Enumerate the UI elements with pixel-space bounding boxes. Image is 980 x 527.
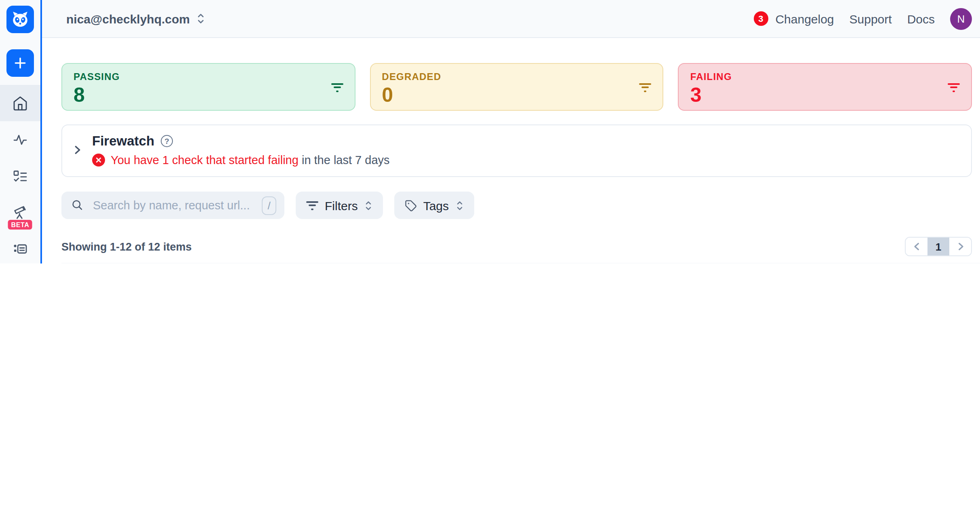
firewatch-alert-rest: in the last 7 days	[299, 154, 390, 167]
status-cards-row: PASSING 8 DEGRADED 0 FAILING 3	[61, 63, 972, 111]
chevron-up-down-icon	[196, 12, 205, 25]
changelog-link[interactable]: 3 Changelog	[753, 11, 834, 26]
help-icon[interactable]: ?	[161, 135, 173, 147]
sidebar: BETA	[0, 0, 42, 264]
search-input[interactable]	[91, 198, 254, 213]
tags-button[interactable]: Tags	[394, 192, 474, 219]
filter-icon[interactable]	[639, 83, 652, 92]
chevron-left-icon	[913, 242, 921, 251]
current-page[interactable]: 1	[927, 238, 949, 255]
filter-icon[interactable]	[331, 83, 343, 92]
content-area: PASSING 8 DEGRADED 0 FAILING 3	[42, 38, 980, 264]
toolbar: / Filters Tags	[61, 192, 980, 219]
sidebar-item-firewatch-beta[interactable]: BETA	[0, 194, 40, 230]
slash-shortcut-key: /	[262, 196, 276, 215]
account-email: nica@checklyhq.com	[66, 12, 190, 25]
support-link[interactable]: Support	[850, 12, 892, 25]
passing-label: PASSING	[74, 71, 120, 82]
telescope-icon	[12, 204, 28, 220]
raccoon-icon	[10, 9, 31, 30]
tags-label: Tags	[423, 198, 449, 212]
chevron-up-down-icon	[364, 199, 372, 211]
failing-status-icon	[92, 154, 105, 167]
sidebar-nav: BETA	[0, 85, 40, 264]
tag-icon	[405, 199, 417, 211]
degraded-card[interactable]: DEGRADED 0	[370, 63, 663, 111]
prev-page-button[interactable]	[906, 238, 927, 255]
sidebar-item-home[interactable]	[0, 85, 40, 121]
list-meta-row: Showing 1-12 of 12 items 1	[61, 237, 972, 256]
passing-card[interactable]: PASSING 8	[61, 63, 355, 111]
changelog-count-badge: 3	[753, 11, 768, 26]
topbar: nica@checklyhq.com 3 Changelog Support D…	[42, 0, 980, 38]
create-new-button[interactable]	[6, 49, 34, 77]
expand-chevron-icon[interactable]	[74, 145, 82, 154]
plus-icon	[12, 55, 28, 71]
checks-table: NAME TYPE LAST RESULTS 24H 7D AVG P95 ΔT…	[61, 263, 980, 264]
filters-button[interactable]: Filters	[296, 192, 383, 219]
next-page-button[interactable]	[949, 238, 971, 255]
firewatch-title: Firewatch	[92, 133, 154, 149]
search-icon	[71, 199, 84, 212]
chevron-right-icon	[956, 242, 964, 251]
failing-count: 3	[690, 85, 732, 105]
firewatch-panel: Firewatch ? You have 1 check that starte…	[61, 124, 972, 177]
docs-link[interactable]: Docs	[907, 12, 935, 25]
passing-count: 8	[74, 85, 120, 105]
home-icon	[12, 95, 28, 111]
checklist-icon	[12, 168, 28, 184]
showing-count-text: Showing 1-12 of 12 items	[61, 240, 192, 253]
account-switcher[interactable]: nica@checklyhq.com	[66, 12, 205, 25]
topbar-right: 3 Changelog Support Docs N	[753, 8, 972, 30]
filter-icon[interactable]	[948, 83, 960, 92]
table-header: NAME TYPE LAST RESULTS 24H 7D AVG P95 ΔT	[61, 263, 980, 264]
failing-label: FAILING	[690, 71, 732, 82]
sidebar-item-checks[interactable]	[0, 158, 40, 194]
user-avatar[interactable]: N	[950, 8, 972, 30]
main-column: nica@checklyhq.com 3 Changelog Support D…	[42, 0, 980, 264]
degraded-count: 0	[382, 85, 441, 105]
changelog-label: Changelog	[775, 12, 834, 25]
failing-card[interactable]: FAILING 3	[678, 63, 972, 111]
search-box: /	[61, 192, 284, 219]
app-window: BETA	[0, 0, 980, 264]
chevron-up-down-icon	[455, 199, 463, 211]
activity-pulse-icon	[12, 131, 28, 148]
list-detail-icon	[12, 240, 28, 257]
sidebar-item-runtimes[interactable]	[0, 230, 40, 264]
firewatch-alert-strong[interactable]: You have 1 check that started failing	[111, 154, 299, 167]
pagination: 1	[905, 237, 972, 256]
filters-label: Filters	[325, 198, 358, 212]
beta-badge: BETA	[8, 220, 33, 230]
filter-lines-icon	[306, 201, 318, 210]
degraded-label: DEGRADED	[382, 71, 441, 82]
checkly-logo[interactable]	[6, 6, 34, 33]
sidebar-item-monitoring[interactable]	[0, 121, 40, 158]
